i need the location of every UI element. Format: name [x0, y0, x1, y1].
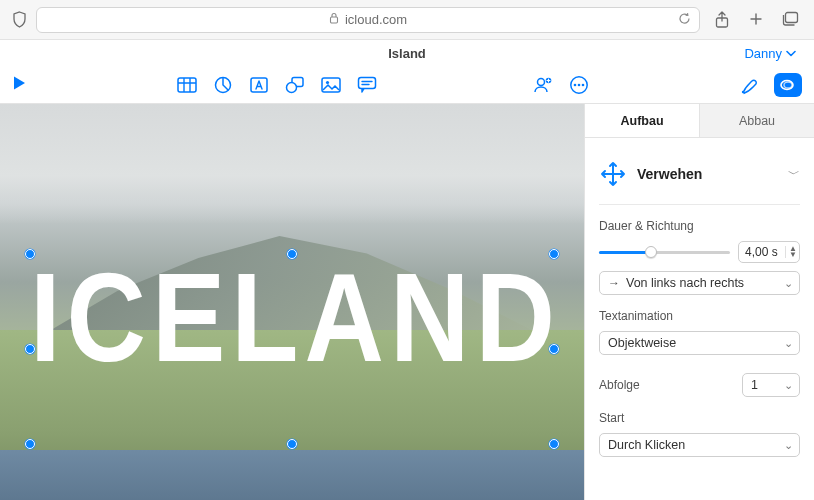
- tab-build-out[interactable]: Abbau: [700, 104, 814, 137]
- privacy-shield-icon[interactable]: [10, 11, 28, 28]
- duration-section-label: Dauer & Richtung: [599, 219, 800, 233]
- tabs-overview-icon[interactable]: [780, 11, 800, 29]
- lock-icon: [329, 12, 339, 27]
- user-menu[interactable]: Danny: [744, 46, 796, 61]
- svg-point-9: [326, 80, 329, 83]
- tab-build-in[interactable]: Aufbau: [585, 104, 700, 137]
- svg-rect-8: [322, 78, 340, 92]
- resize-handle-tl[interactable]: [25, 249, 35, 259]
- svg-point-16: [582, 83, 585, 86]
- insert-chart-icon[interactable]: [212, 74, 234, 96]
- resize-handle-br[interactable]: [549, 439, 559, 449]
- share-icon[interactable]: [712, 11, 732, 29]
- address-url: icloud.com: [345, 12, 407, 27]
- svg-point-7: [287, 82, 297, 92]
- direction-select[interactable]: → Von links nach rechts ⌄: [599, 271, 800, 295]
- textanim-value: Objektweise: [608, 336, 676, 350]
- insert-image-icon[interactable]: [320, 74, 342, 96]
- play-button[interactable]: [12, 75, 26, 94]
- slide-headline[interactable]: ICELAND: [30, 254, 554, 381]
- slide-bg-water: [0, 450, 584, 500]
- chevron-down-icon: ⌄: [784, 337, 793, 350]
- start-label: Start: [599, 411, 800, 425]
- resize-handle-tm[interactable]: [287, 249, 297, 259]
- textanim-select[interactable]: Objektweise ⌄: [599, 331, 800, 355]
- collaborate-icon[interactable]: [532, 74, 554, 96]
- animate-panel-button[interactable]: [774, 73, 802, 97]
- svg-point-11: [538, 78, 545, 85]
- insert-text-icon[interactable]: [248, 74, 270, 96]
- resize-handle-ml[interactable]: [25, 344, 35, 354]
- svg-point-14: [574, 83, 577, 86]
- user-name: Danny: [744, 46, 782, 61]
- textanim-label: Textanimation: [599, 309, 800, 323]
- duration-value: 4,00 s: [745, 245, 778, 259]
- resize-handle-tr[interactable]: [549, 249, 559, 259]
- format-brush-icon[interactable]: [738, 74, 760, 96]
- document-title: Island: [388, 46, 426, 61]
- move-arrows-icon: [599, 160, 627, 188]
- browser-toolbar: icloud.com: [0, 0, 814, 40]
- effect-selector[interactable]: Verwehen ﹀: [599, 148, 800, 205]
- svg-rect-5: [251, 78, 267, 92]
- order-label: Abfolge: [599, 378, 640, 392]
- duration-stepper[interactable]: 4,00 s ▲▼: [738, 241, 800, 263]
- insert-table-icon[interactable]: [176, 74, 198, 96]
- resize-handle-bl[interactable]: [25, 439, 35, 449]
- duration-slider[interactable]: [599, 244, 730, 260]
- reload-icon[interactable]: [678, 12, 691, 28]
- insert-comment-icon[interactable]: [356, 74, 378, 96]
- slide-canvas[interactable]: ICELAND: [0, 104, 584, 500]
- svg-point-17: [742, 90, 744, 92]
- svg-rect-0: [330, 17, 337, 23]
- app-toolbar: [0, 66, 814, 104]
- chevron-down-icon: ﹀: [788, 166, 800, 183]
- chevron-down-icon: [786, 50, 796, 57]
- more-icon[interactable]: [568, 74, 590, 96]
- inspector-tabs: Aufbau Abbau: [585, 104, 814, 138]
- start-select[interactable]: Durch Klicken ⌄: [599, 433, 800, 457]
- start-value: Durch Klicken: [608, 438, 685, 452]
- svg-rect-2: [786, 12, 798, 22]
- resize-handle-mr[interactable]: [549, 344, 559, 354]
- document-header: Island Danny: [0, 40, 814, 66]
- animate-inspector: Aufbau Abbau Verwehen ﹀ Dauer & Richtung…: [584, 104, 814, 500]
- effect-name: Verwehen: [637, 166, 702, 182]
- address-bar[interactable]: icloud.com: [36, 7, 700, 33]
- selected-text-box[interactable]: ICELAND: [30, 254, 554, 444]
- direction-value: Von links nach rechts: [626, 276, 744, 290]
- insert-shape-icon[interactable]: [284, 74, 306, 96]
- chevron-down-icon: ⌄: [784, 277, 793, 290]
- arrow-right-icon: →: [608, 276, 620, 290]
- svg-point-15: [578, 83, 581, 86]
- resize-handle-bm[interactable]: [287, 439, 297, 449]
- slide-bg-clouds: [0, 104, 584, 224]
- new-tab-icon[interactable]: [746, 11, 766, 29]
- svg-rect-3: [178, 78, 196, 92]
- order-select[interactable]: 1 ⌄: [742, 373, 800, 397]
- order-value: 1: [751, 378, 758, 392]
- chevron-down-icon: ⌄: [784, 439, 793, 452]
- svg-rect-10: [359, 78, 376, 89]
- chevron-down-icon: ⌄: [784, 379, 793, 392]
